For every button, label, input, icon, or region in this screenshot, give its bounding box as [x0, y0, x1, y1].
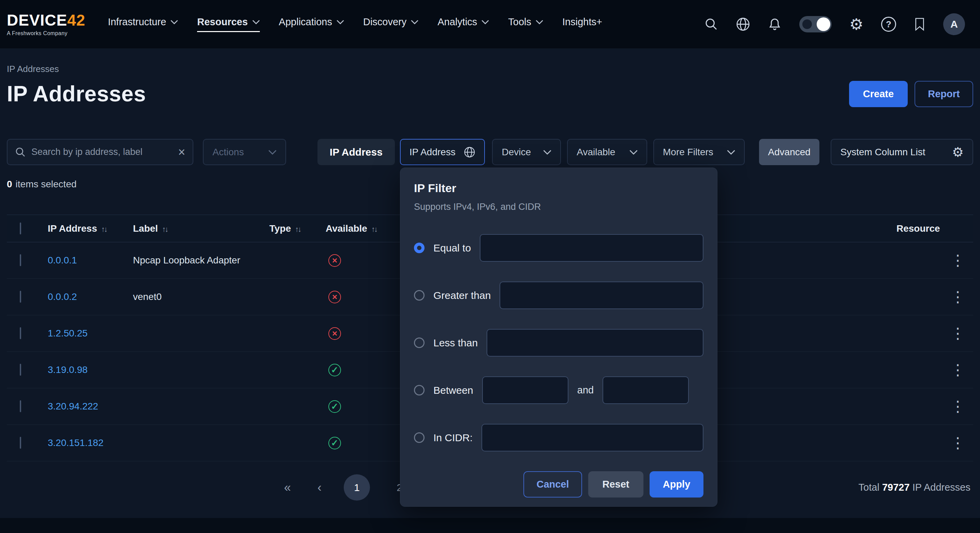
select-all-checkbox[interactable] [20, 222, 21, 235]
chevron-down-icon [411, 20, 418, 24]
row-menu-kebab-icon[interactable] [950, 399, 965, 414]
chevron-down-icon [630, 150, 638, 155]
total-prefix: Total [859, 482, 880, 493]
total-count: Total 79727 IP Addresses [859, 482, 973, 493]
more-filters-dropdown[interactable]: More Filters [653, 139, 745, 165]
less-than-input[interactable] [487, 329, 703, 357]
nav-item-resources[interactable]: Resources [197, 0, 259, 48]
between-to-input[interactable] [603, 377, 689, 404]
nav-item-applications[interactable]: Applications [279, 0, 344, 48]
reset-button[interactable]: Reset [588, 471, 643, 498]
row-checkbox[interactable] [20, 364, 21, 376]
between-from-input[interactable] [482, 377, 568, 404]
chevron-down-icon [727, 150, 735, 155]
selection-count: 0 [7, 179, 12, 189]
row-checkbox[interactable] [20, 291, 21, 303]
radio-option-equal-to[interactable]: Equal to [414, 234, 703, 262]
system-column-list-button[interactable]: System Column List ⚙ [830, 139, 973, 165]
sort-icon [97, 223, 107, 234]
theme-toggle[interactable] [799, 16, 832, 32]
ip-address-link[interactable]: 1.2.50.25 [48, 328, 88, 338]
search-box[interactable]: × [7, 139, 193, 165]
ip-address-filter-dropdown[interactable]: IP Address [400, 139, 485, 165]
radio-icon [414, 432, 425, 443]
column-label: Resource [896, 223, 940, 234]
row-menu-kebab-icon[interactable] [950, 253, 965, 268]
help-icon[interactable] [881, 17, 896, 32]
sort-icon [158, 223, 167, 234]
navbar-icons: ⚙ A [705, 13, 965, 35]
brand-tagline: A Freshworks Company [7, 31, 85, 36]
search-icon[interactable] [705, 18, 718, 31]
top-navbar: DEVICE42 A Freshworks Company Infrastruc… [0, 0, 980, 49]
nav-item-tools[interactable]: Tools [508, 0, 543, 48]
advanced-button[interactable]: Advanced [759, 139, 820, 165]
bookmark-icon[interactable] [914, 18, 926, 31]
nav-item-infrastructure[interactable]: Infrastructure [108, 0, 178, 48]
and-label: and [577, 385, 593, 396]
radio-option-greater-than[interactable]: Greater than [414, 281, 703, 309]
row-menu-kebab-icon[interactable] [950, 436, 965, 450]
column-header-ip[interactable]: IP Address [48, 223, 133, 234]
previous-page-icon[interactable] [312, 480, 327, 495]
in-cidr-input[interactable] [482, 424, 703, 452]
nav-label: Discovery [363, 16, 406, 28]
create-button[interactable]: Create [849, 81, 908, 107]
unavailable-icon [328, 291, 341, 303]
sort-icon [367, 223, 377, 234]
nav-label: Applications [279, 16, 332, 28]
clear-search-icon[interactable]: × [178, 146, 185, 158]
device-label: Device [501, 147, 531, 158]
nav-item-discovery[interactable]: Discovery [363, 0, 418, 48]
row-menu-kebab-icon[interactable] [950, 326, 965, 341]
column-header-resource[interactable]: Resource [885, 223, 942, 234]
brand-logo[interactable]: DEVICE42 A Freshworks Company [7, 12, 85, 36]
column-header-label[interactable]: Label [133, 223, 269, 234]
radio-option-in-cidr[interactable]: In CIDR: [414, 424, 703, 452]
radio-option-less-than[interactable]: Less than [414, 329, 703, 357]
filter-chip-ip-address[interactable]: IP Address [317, 139, 395, 165]
row-menu-kebab-icon[interactable] [950, 289, 965, 304]
option-label: Between [433, 385, 473, 396]
search-input[interactable] [31, 147, 173, 157]
breadcrumb[interactable]: IP Addresses [7, 64, 973, 74]
cancel-button[interactable]: Cancel [523, 471, 582, 498]
first-page-icon[interactable] [280, 480, 295, 495]
notifications-bell-icon[interactable] [768, 18, 781, 31]
greater-than-input[interactable] [500, 281, 703, 309]
apply-button[interactable]: Apply [649, 471, 703, 498]
column-header-type[interactable]: Type [269, 223, 326, 234]
actions-dropdown[interactable]: Actions [203, 139, 286, 165]
row-checkbox[interactable] [20, 327, 21, 339]
nav-item-analytics[interactable]: Analytics [438, 0, 489, 48]
row-menu-kebab-icon[interactable] [950, 362, 965, 377]
row-checkbox[interactable] [20, 437, 21, 449]
system-column-label: System Column List [840, 147, 925, 158]
nav-label: Tools [508, 16, 531, 28]
report-button[interactable]: Report [915, 81, 973, 107]
row-checkbox[interactable] [20, 400, 21, 412]
device-dropdown[interactable]: Device [492, 139, 561, 165]
ip-filter-label: IP Address [409, 147, 455, 158]
label-cell: Npcap Loopback Adapter [133, 255, 269, 266]
equal-to-input[interactable] [480, 234, 703, 262]
ip-address-link[interactable]: 3.20.151.182 [48, 437, 103, 448]
radio-option-between[interactable]: Between and [414, 377, 703, 404]
settings-gear-icon[interactable]: ⚙ [850, 16, 863, 32]
nav-item-insights[interactable]: Insights+ [562, 0, 602, 48]
brand-accent: 42 [67, 11, 85, 29]
ip-address-link[interactable]: 0.0.0.2 [48, 291, 77, 302]
row-checkbox[interactable] [20, 254, 21, 266]
available-dropdown[interactable]: Available [567, 139, 647, 165]
chevron-down-icon [337, 20, 344, 24]
main-nav: Infrastructure Resources Applications Di… [108, 0, 602, 48]
ip-address-link[interactable]: 3.20.94.222 [48, 401, 98, 412]
chevron-down-icon [536, 20, 543, 24]
page-1-button[interactable]: 1 [344, 474, 370, 501]
avatar[interactable]: A [943, 13, 965, 35]
ip-address-link[interactable]: 0.0.0.1 [48, 255, 77, 265]
globe-icon[interactable] [736, 17, 750, 31]
nav-label: Infrastructure [108, 16, 166, 28]
ip-address-link[interactable]: 3.19.0.98 [48, 364, 88, 375]
actions-label: Actions [212, 147, 244, 158]
